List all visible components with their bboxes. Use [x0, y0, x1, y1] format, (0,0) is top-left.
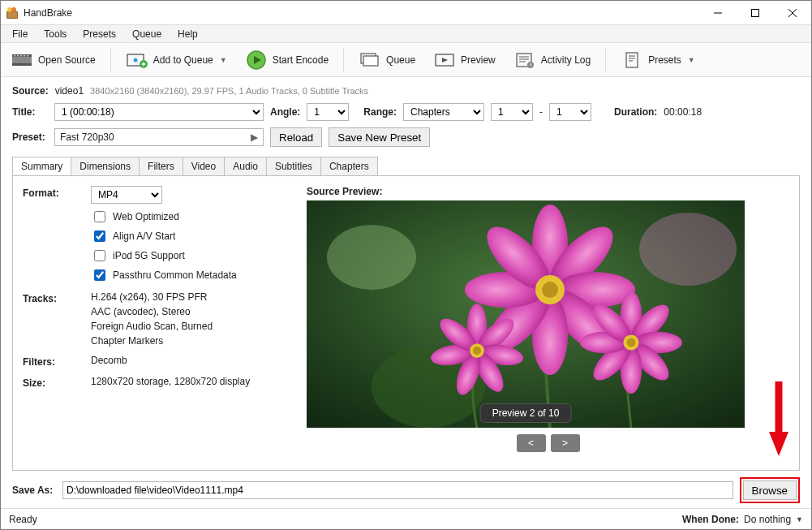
- size-value: 1280x720 storage, 1280x720 display: [91, 376, 290, 389]
- save-as-row: Save As: Browse: [12, 477, 800, 503]
- save-as-input[interactable]: [62, 481, 733, 499]
- status-text: Ready: [9, 514, 37, 525]
- add-to-queue-label: Add to Queue: [153, 54, 213, 66]
- svg-point-56: [473, 347, 481, 355]
- svg-rect-5: [752, 9, 759, 16]
- close-button[interactable]: [774, 1, 811, 24]
- svg-rect-14: [24, 55, 25, 57]
- tracks-label: Tracks:: [23, 291, 86, 347]
- window-controls: [699, 1, 811, 24]
- maximize-icon: [751, 9, 759, 17]
- source-label: Source:: [12, 85, 49, 97]
- title-select[interactable]: 1 (00:00:18): [54, 103, 264, 121]
- open-source-label: Open Source: [38, 54, 96, 66]
- minimize-button[interactable]: [699, 1, 737, 24]
- preset-value: Fast 720p30: [60, 131, 114, 143]
- when-done[interactable]: When Done: Do nothing ▼: [682, 514, 803, 525]
- tab-filters[interactable]: Filters: [139, 157, 183, 175]
- menu-presets[interactable]: Presets: [76, 27, 122, 41]
- toolbar-sep3: [605, 48, 606, 72]
- align-av-checkbox[interactable]: Align A/V Start: [91, 228, 290, 244]
- menu-file[interactable]: File: [6, 27, 34, 41]
- preview-icon: [433, 51, 456, 69]
- app-title: HandBrake: [24, 7, 72, 19]
- tab-audio[interactable]: Audio: [224, 157, 267, 175]
- when-done-value: Do nothing: [744, 514, 791, 525]
- tab-summary[interactable]: Summary: [12, 157, 71, 175]
- angle-label: Angle:: [270, 106, 300, 118]
- source-name: video1: [55, 85, 84, 97]
- preview-nav: < >: [307, 434, 789, 452]
- svg-rect-22: [363, 56, 378, 66]
- svg-point-36: [639, 213, 737, 286]
- tab-video[interactable]: Video: [183, 157, 225, 175]
- close-icon: [788, 9, 797, 17]
- track-line: H.264 (x264), 30 FPS PFR: [91, 291, 290, 303]
- svg-rect-10: [12, 63, 32, 66]
- track-line: Chapter Markers: [91, 335, 290, 347]
- chevron-down-icon: ▼: [220, 56, 227, 64]
- tab-subtitles[interactable]: Subtitles: [266, 157, 321, 175]
- reload-button[interactable]: Reload: [270, 127, 322, 147]
- ipod5g-checkbox[interactable]: iPod 5G Support: [91, 248, 290, 264]
- titlebar: HandBrake: [1, 1, 811, 25]
- svg-rect-11: [14, 55, 15, 57]
- preview-button[interactable]: Preview: [430, 50, 499, 71]
- preview-next-button[interactable]: >: [551, 434, 580, 452]
- open-source-button[interactable]: Open Source: [7, 50, 99, 71]
- web-optimized-checkbox[interactable]: Web Optimized: [91, 209, 290, 225]
- preview-counter: Preview 2 of 10: [480, 403, 572, 423]
- format-col: MP4 Web Optimized Align A/V Start iPod 5…: [91, 186, 290, 283]
- activity-log-label: Activity Log: [541, 54, 591, 66]
- presets-icon: [621, 51, 643, 69]
- format-select[interactable]: MP4: [91, 186, 162, 204]
- play-icon: [245, 51, 268, 69]
- preset-picker[interactable]: Fast 720p30 ▶: [54, 128, 264, 146]
- save-new-preset-button[interactable]: Save New Preset: [329, 127, 430, 147]
- browse-button[interactable]: Browse: [743, 480, 797, 500]
- range-from-select[interactable]: 1: [491, 103, 533, 121]
- menu-tools[interactable]: Tools: [37, 27, 73, 41]
- preset-row: Preset: Fast 720p30 ▶ Reload Save New Pr…: [12, 127, 800, 147]
- svg-point-17: [133, 58, 137, 62]
- filters-label: Filters:: [23, 355, 86, 368]
- maximize-button[interactable]: [737, 1, 774, 24]
- svg-point-47: [542, 282, 558, 298]
- activity-log-button[interactable]: Activity Log: [510, 50, 594, 71]
- svg-rect-1: [7, 12, 17, 18]
- duration-value: 00:00:18: [664, 106, 702, 118]
- range-type-select[interactable]: Chapters: [403, 103, 484, 121]
- menu-queue[interactable]: Queue: [126, 27, 168, 41]
- app-icon: [6, 6, 19, 19]
- statusbar: Ready When Done: Do nothing ▼: [1, 508, 811, 529]
- track-line: AAC (avcodec), Stereo: [91, 306, 290, 317]
- add-to-queue-button[interactable]: Add to Queue ▼: [122, 50, 230, 71]
- add-queue-icon: [126, 51, 148, 69]
- chevron-right-icon: >: [562, 437, 568, 449]
- queue-button[interactable]: Queue: [355, 50, 419, 71]
- activity-log-icon: [513, 51, 536, 69]
- duration-label: Duration:: [614, 106, 657, 118]
- range-to-select[interactable]: 1: [549, 103, 591, 121]
- tab-dimensions[interactable]: Dimensions: [71, 157, 140, 175]
- toolbar-sep: [110, 48, 111, 72]
- angle-select[interactable]: 1: [307, 103, 349, 121]
- summary-right: Source Preview:: [307, 186, 789, 460]
- app-window: HandBrake File Tools Presets Queue Help …: [0, 0, 812, 530]
- tab-chapters[interactable]: Chapters: [320, 157, 378, 175]
- svg-marker-68: [769, 432, 788, 456]
- start-encode-button[interactable]: Start Encode: [242, 50, 332, 71]
- svg-rect-13: [20, 55, 22, 57]
- passthru-meta-checkbox[interactable]: Passthru Common Metadata: [91, 267, 290, 283]
- preview-prev-button[interactable]: <: [517, 434, 546, 452]
- minimize-icon: [714, 9, 722, 17]
- main-content: Source: video1 3840x2160 (3840x2160), 29…: [1, 77, 811, 508]
- presets-label: Presets: [648, 54, 681, 66]
- size-label: Size:: [23, 376, 86, 389]
- range-label: Range:: [363, 106, 397, 118]
- presets-button[interactable]: Presets ▼: [617, 50, 698, 71]
- menu-help[interactable]: Help: [171, 27, 204, 41]
- preview-image: [307, 200, 745, 428]
- source-row: Source: video1 3840x2160 (3840x2160), 29…: [12, 85, 800, 97]
- save-as-label: Save As:: [12, 485, 56, 496]
